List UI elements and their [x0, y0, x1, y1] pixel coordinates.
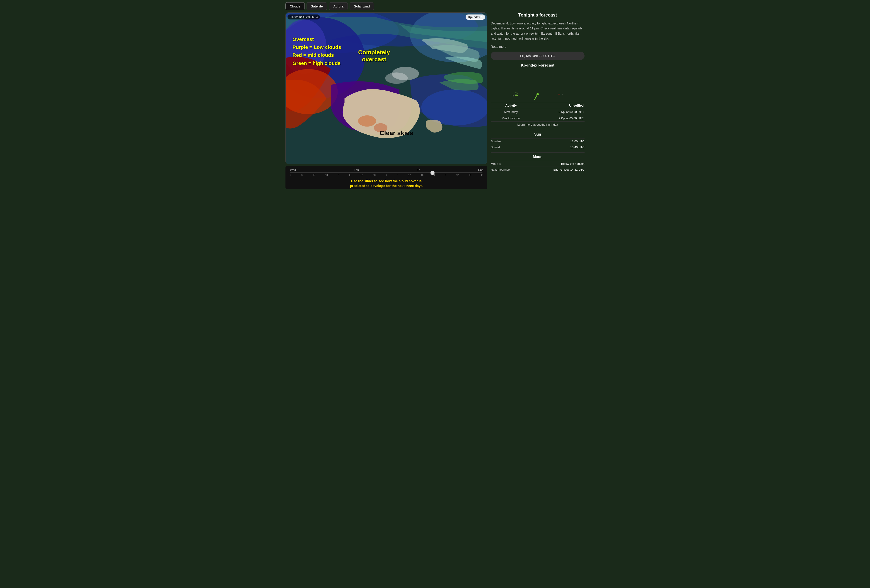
sunset-label: Sunset	[491, 146, 500, 149]
sunset-row: Sunset 15:40 UTC	[491, 144, 584, 150]
next-moonrise-value: Sat, 7th Dec 14:31 UTC	[553, 168, 584, 171]
nav-btn-solar-wind[interactable]: Solar wind	[350, 2, 374, 10]
svg-point-11	[385, 73, 408, 84]
moon-title: Moon	[491, 155, 584, 159]
left-panel: Fri, 6th Dec 22:00 UTC Kp-index 3 Overca…	[286, 12, 487, 189]
read-more-link[interactable]: Read more	[491, 45, 584, 48]
datetime-pill: Fri, 6th Dec 22:00 UTC	[491, 52, 584, 60]
timeline-hint: Use the slider to see how the cloud cove…	[288, 178, 485, 188]
map-kp-badge: Kp-index 3	[466, 15, 485, 20]
svg-text:9: 9	[562, 93, 563, 95]
kp-table: Activity Unsettled Max today 2 Kpi at 00…	[491, 102, 584, 121]
kp-max-tomorrow-value: 2 Kpi at 00:00 UTC	[531, 115, 584, 121]
sun-title: Sun	[491, 132, 584, 137]
timeline-days: Wed Thu Fri Sat	[288, 168, 485, 172]
kp-gauge: 0 0 1	[513, 70, 563, 100]
moon-section: Moon Moon is Below the horizon Next moon…	[491, 152, 584, 172]
label-overcast: Overcast Purple = Low clouds Red = mid c…	[292, 35, 341, 67]
map-container: Fri, 6th Dec 22:00 UTC Kp-index 3 Overca…	[286, 12, 487, 164]
timeline-section: Wed Thu Fri Sat 0 6 12 18 0 6	[286, 166, 487, 189]
forecast-text: December 4: Low aurora activity tonight,…	[491, 21, 584, 41]
kp-max-tomorrow-label: Max tomorrow	[491, 115, 531, 121]
sun-section: Sun Sunrise 11:00 UTC Sunset 15:40 UTC	[491, 130, 584, 150]
timeline-day-wed: Wed	[290, 168, 296, 172]
label-completely: Completely overcast	[358, 49, 390, 63]
sunset-value: 15:40 UTC	[570, 146, 584, 149]
moon-is-label: Moon is	[491, 162, 501, 165]
sunrise-value: 11:00 UTC	[570, 140, 584, 143]
kp-activity-label: Activity	[491, 102, 531, 108]
timeline-day-thu: Thu	[354, 168, 359, 172]
main-content: Fri, 6th Dec 22:00 UTC Kp-index 3 Overca…	[286, 12, 584, 189]
right-panel: Tonight's forecast December 4: Low auror…	[491, 12, 584, 172]
timeline-day-fri: Fri	[417, 168, 420, 172]
moon-is-row: Moon is Below the horizon	[491, 161, 584, 166]
timeline-day-sat: Sat	[478, 168, 483, 172]
forecast-title: Tonight's forecast	[491, 12, 584, 18]
timeline-ticks: 0 6 12 18 0 6 12 18 0 6 12 18 0 6 12 18	[288, 174, 485, 176]
nav-btn-aurora[interactable]: Aurora	[329, 2, 348, 10]
map-legend: Overcast Purple = Low clouds Red = mid c…	[292, 35, 341, 67]
label-clear: Clear skies	[380, 129, 413, 137]
timeline-thumb[interactable]	[431, 171, 435, 175]
svg-line-35	[528, 94, 538, 100]
sunrise-label: Sunrise	[491, 140, 501, 143]
sunrise-row: Sunrise 11:00 UTC	[491, 138, 584, 144]
kp-max-today-value: 2 Kpi at 00:00 UTC	[531, 108, 584, 115]
next-moonrise-row: Next moonrise Sat, 7th Dec 14:31 UTC	[491, 166, 584, 172]
gauge-container: 0 0 1	[491, 70, 584, 100]
kp-activity-value: Unsettled	[531, 102, 584, 108]
learn-more-kp-link[interactable]: Learn more about the Kp-index	[491, 121, 584, 128]
svg-point-36	[536, 92, 539, 96]
moon-is-value: Below the horizon	[561, 162, 584, 165]
nav-btn-satellite[interactable]: Satellite	[307, 2, 327, 10]
nav-btn-clouds[interactable]: Clouds	[286, 2, 305, 10]
timeline-track[interactable]	[290, 172, 483, 173]
top-nav: Clouds Satellite Aurora Solar wind	[286, 2, 584, 10]
kp-forecast-title: Kp-index Forecast	[491, 63, 584, 68]
kp-max-today-label: Max today	[491, 108, 531, 115]
app-container: Clouds Satellite Aurora Solar wind	[283, 0, 587, 192]
next-moonrise-label: Next moonrise	[491, 168, 510, 171]
map-timestamp: Fri, 6th Dec 22:00 UTC	[288, 15, 320, 19]
kp-section: Kp-index Forecast 0	[491, 63, 584, 128]
timeline-slider-row	[288, 172, 485, 173]
svg-line-14	[515, 92, 518, 94]
svg-point-8	[358, 116, 376, 127]
